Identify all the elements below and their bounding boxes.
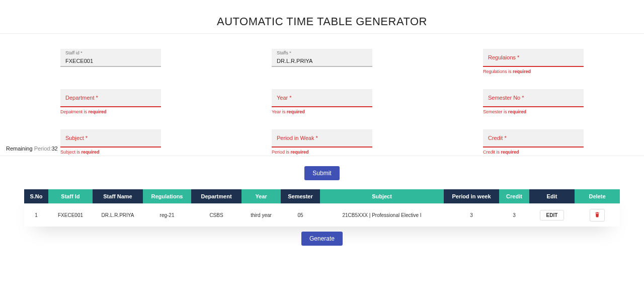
cell-subject: 21CB5XXX | Professional Elective I bbox=[320, 204, 444, 227]
th-staff-id: Staff Id bbox=[48, 189, 93, 204]
th-regulations: Regulations bbox=[143, 189, 191, 204]
th-delete: Delete bbox=[575, 189, 620, 204]
year-hint: Year is required bbox=[272, 109, 372, 114]
cell-credit: 3 bbox=[499, 204, 529, 227]
year-field[interactable]: Year * bbox=[272, 89, 372, 107]
semester-field[interactable]: Semester No * bbox=[483, 89, 584, 107]
staff-id-field[interactable]: Staff id * FXECE001 bbox=[60, 49, 161, 67]
table-row: 1 FXECE001 DR.L.R.PRIYA reg-21 CSBS thir… bbox=[24, 204, 620, 227]
trash-icon bbox=[594, 211, 600, 219]
period-group: Period in Weak * Period is required bbox=[272, 129, 372, 155]
regulations-label: Regulaions * bbox=[488, 54, 579, 60]
cell-period: 3 bbox=[444, 204, 499, 227]
department-hint: Depatment is required bbox=[60, 109, 161, 114]
cell-semester: 05 bbox=[281, 204, 320, 227]
department-label: Department * bbox=[65, 95, 156, 101]
th-semester: Semester bbox=[281, 189, 320, 204]
year-label: Year * bbox=[277, 95, 367, 101]
th-subject: Subject bbox=[320, 189, 444, 204]
period-field[interactable]: Period in Weak * bbox=[272, 129, 372, 148]
edit-button[interactable]: EDIT bbox=[540, 210, 565, 221]
staffs-group: Staffs * DR.L.R.PRIYA bbox=[272, 49, 372, 74]
cell-edit: EDIT bbox=[529, 204, 575, 227]
form-row-3: Subject * Subject is required Period in … bbox=[60, 129, 584, 155]
th-staff-name: Staff Name bbox=[93, 189, 143, 204]
form-row-1: Staff id * FXECE001 Staffs * DR.L.R.PRIY… bbox=[60, 49, 584, 74]
form-section: Staff id * FXECE001 Staffs * DR.L.R.PRIY… bbox=[0, 34, 644, 155]
below-table: Generate bbox=[24, 227, 620, 246]
staffs-value: DR.L.R.PRIYA bbox=[277, 58, 367, 64]
credit-group: Credit * Credit is required bbox=[483, 129, 584, 155]
cell-delete bbox=[575, 204, 620, 227]
th-credit: Credit bbox=[499, 189, 529, 204]
delete-button[interactable] bbox=[590, 209, 605, 222]
th-year: Year bbox=[242, 189, 281, 204]
subject-hint: Subject is required bbox=[60, 150, 161, 155]
department-field[interactable]: Department * bbox=[60, 89, 161, 107]
th-sno: S.No bbox=[24, 189, 48, 204]
subject-field[interactable]: Subject * bbox=[60, 129, 161, 148]
year-group: Year * Year is required bbox=[272, 89, 372, 114]
form-row-2: Department * Depatment is required Year … bbox=[60, 89, 584, 114]
staff-id-label: Staff id * bbox=[65, 50, 83, 55]
table-head: S.No Staff Id Staff Name Regulations Dep… bbox=[24, 189, 620, 204]
bottom-section: Submit S.No Staff Id Staff Name Regulati… bbox=[0, 156, 644, 246]
cell-sno: 1 bbox=[24, 204, 48, 227]
period-hint: Period is required bbox=[272, 150, 372, 155]
credit-label: Credit * bbox=[488, 135, 579, 141]
th-department: Department bbox=[191, 189, 242, 204]
cell-department: CSBS bbox=[191, 204, 242, 227]
semester-hint: Semester is required bbox=[483, 109, 584, 114]
credit-hint: Credit is required bbox=[483, 150, 584, 155]
regulations-hint: Regulations is required bbox=[483, 69, 584, 74]
credit-field[interactable]: Credit * bbox=[483, 129, 584, 148]
generate-button[interactable]: Generate bbox=[301, 232, 343, 246]
regulations-group: Regulaions * Regulations is required bbox=[483, 49, 584, 74]
subject-group: Subject * Subject is required bbox=[60, 129, 161, 155]
page-title: AUTOMATIC TIME TABLE GENERATOR bbox=[0, 0, 644, 33]
staffs-label: Staffs * bbox=[277, 50, 291, 55]
period-label: Period in Weak * bbox=[277, 135, 367, 141]
cell-staff-name: DR.L.R.PRIYA bbox=[93, 204, 143, 227]
th-period: Period in week bbox=[444, 189, 499, 204]
th-edit: Edit bbox=[529, 189, 575, 204]
department-group: Department * Depatment is required bbox=[60, 89, 161, 114]
cell-year: third year bbox=[242, 204, 281, 227]
staff-id-value: FXECE001 bbox=[65, 58, 156, 64]
semester-group: Semester No * Semester is required bbox=[483, 89, 584, 114]
regulations-field[interactable]: Regulaions * bbox=[483, 49, 584, 67]
staff-id-group: Staff id * FXECE001 bbox=[60, 49, 161, 74]
semester-label: Semester No * bbox=[488, 95, 579, 101]
data-table: S.No Staff Id Staff Name Regulations Dep… bbox=[24, 189, 620, 227]
subject-label: Subject * bbox=[65, 135, 156, 141]
staffs-field[interactable]: Staffs * DR.L.R.PRIYA bbox=[272, 49, 372, 67]
submit-button[interactable]: Submit bbox=[304, 166, 339, 180]
cell-staff-id: FXECE001 bbox=[48, 204, 93, 227]
cell-regulations: reg-21 bbox=[143, 204, 191, 227]
